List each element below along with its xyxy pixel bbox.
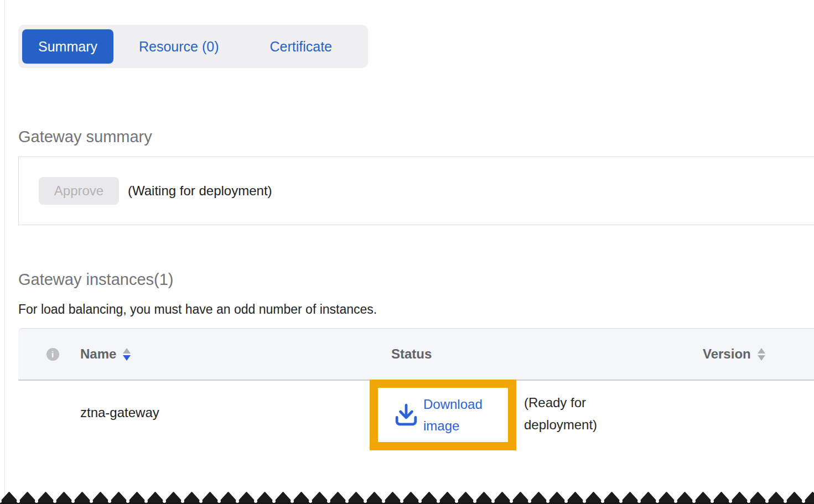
header-version-cell[interactable]: Version <box>685 346 814 362</box>
sort-up-icon <box>758 348 765 354</box>
info-icon[interactable]: i <box>46 348 59 361</box>
torn-edge-decoration <box>0 489 814 504</box>
sort-down-icon <box>123 355 131 361</box>
gateway-summary-title: Gateway summary <box>18 128 152 146</box>
instance-name: ztna-gateway <box>80 405 159 420</box>
tab-resource[interactable]: Resource (0) <box>113 29 245 64</box>
name-column-label: Name <box>80 346 116 362</box>
deployment-waiting-note: (Waiting for deployment) <box>128 183 272 199</box>
download-icon <box>393 402 419 428</box>
sort-arrows-version-icon[interactable] <box>758 348 765 361</box>
annotation-highlight-box: Download image <box>370 380 516 450</box>
status-column-label: Status <box>391 346 432 362</box>
instances-table: i Name Status Version ztna-gat <box>18 328 814 476</box>
sort-down-icon <box>758 355 765 361</box>
sort-arrows-name-icon[interactable] <box>123 348 131 361</box>
version-column-label: Version <box>703 346 751 362</box>
gateway-summary-panel: Approve (Waiting for deployment) <box>18 157 814 225</box>
download-image-label: Download image <box>423 393 493 437</box>
panel-edge-divider <box>4 0 5 504</box>
download-image-link[interactable]: Download image <box>393 393 493 437</box>
gateway-instances-title: Gateway instances(1) <box>18 271 173 289</box>
table-header-row: i Name Status Version <box>18 328 814 381</box>
table-row: ztna-gateway Download image (Ready for d… <box>18 381 814 476</box>
header-name-cell[interactable]: Name <box>80 346 391 362</box>
header-status-cell: Status <box>391 346 685 362</box>
load-balancing-note: For load balancing, you must have an odd… <box>18 302 377 317</box>
approve-button[interactable]: Approve <box>39 177 119 205</box>
tab-certificate[interactable]: Certificate <box>244 29 357 64</box>
tab-bar: Summary Resource (0) Certificate <box>18 25 368 68</box>
page: Summary Resource (0) Certificate Gateway… <box>0 0 814 504</box>
sort-up-icon <box>123 348 131 354</box>
header-info-cell: i <box>18 348 80 361</box>
deployment-ready-note: (Ready for deployment) <box>524 392 632 436</box>
tab-summary[interactable]: Summary <box>22 29 113 64</box>
